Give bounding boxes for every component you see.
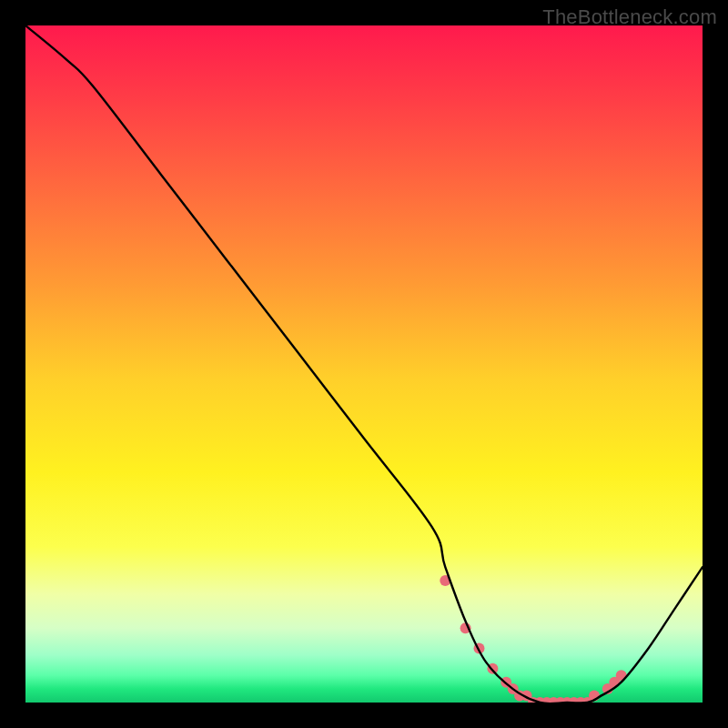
markers-group bbox=[440, 575, 626, 703]
plot-area bbox=[25, 25, 703, 703]
chart-svg bbox=[25, 25, 703, 703]
watermark-text: TheBottleneck.com bbox=[542, 5, 717, 29]
chart-stage: TheBottleneck.com bbox=[0, 0, 728, 728]
bottleneck-curve-path bbox=[25, 25, 703, 703]
